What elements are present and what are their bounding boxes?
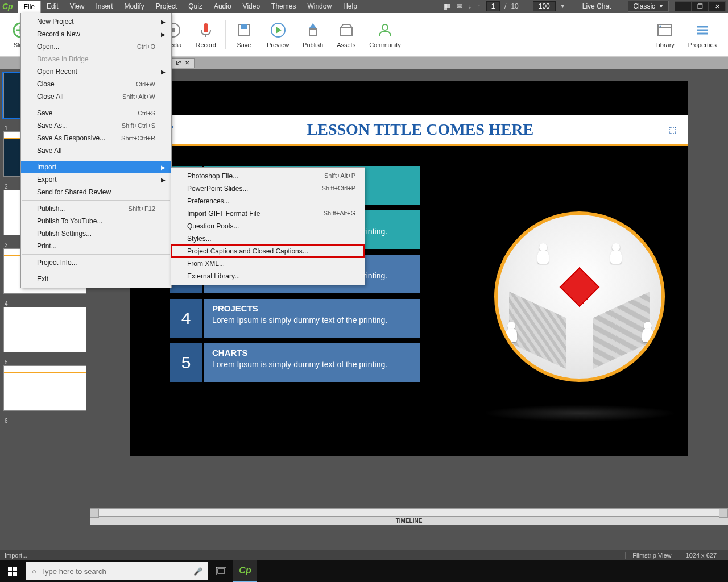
menu-project[interactable]: Project — [150, 1, 183, 13]
menu-item-open-recent[interactable]: Open Recent▶ — [21, 65, 171, 78]
submenu-arrow-icon: ▶ — [161, 164, 166, 171]
submenu-item-question-pools-[interactable]: Question Pools... — [171, 220, 365, 232]
svg-rect-18 — [341, 28, 352, 36]
zoom-input[interactable]: 100 — [533, 1, 556, 11]
submenu-item-import-gift-format-file[interactable]: Import GIFT Format FileShift+Alt+G — [171, 207, 365, 220]
titlebar: Cp FileEditViewInsertModifyProjectQuizAu… — [0, 0, 728, 13]
menu-item-import[interactable]: Import▶ — [21, 161, 171, 173]
taskbar-search[interactable]: ○ Type here to search 🎤 — [26, 562, 208, 580]
menu-item-close-all[interactable]: Close AllShift+Alt+W — [21, 90, 171, 103]
svg-rect-27 — [13, 567, 17, 571]
submenu-item-preferences-[interactable]: Preferences... — [171, 195, 365, 207]
tool-save[interactable]: Save — [228, 18, 260, 52]
submenu-item-external-library-[interactable]: External Library... — [171, 270, 365, 282]
menu-themes[interactable]: Themes — [266, 1, 301, 13]
document-tab[interactable]: k* ✕ — [171, 58, 195, 68]
menu-modify[interactable]: Modify — [119, 1, 150, 13]
close-tab-icon[interactable]: ✕ — [185, 60, 189, 66]
menu-item-close[interactable]: CloseCtrl+W — [21, 78, 171, 90]
submenu-item-project-captions-and-closed-captions-[interactable]: Project Captions and Closed Captions... — [171, 245, 365, 257]
file-menu-dropdown: New Project▶Record a New▶Open...Ctrl+OBr… — [20, 13, 172, 288]
submenu-item-photoshop-file-[interactable]: Photoshop File...Shift+Alt+P — [171, 170, 365, 182]
menubar: FileEditViewInsertModifyProjectQuizAudio… — [18, 1, 363, 13]
lesson-title-text[interactable]: LESSON TITLE COMES HERE — [172, 120, 669, 139]
menu-item-send-for-shared-review[interactable]: Send for Shared Review — [21, 186, 171, 198]
toolbar-glyph[interactable]: ▦ — [444, 2, 451, 11]
submenu-item-styles-[interactable]: Styles... — [171, 232, 365, 245]
timeline-panel-header[interactable]: TIMELINE — [90, 516, 728, 525]
start-button[interactable] — [0, 560, 25, 582]
slide-thumbnail[interactable] — [3, 307, 86, 352]
menu-item-publish-to-youtube-[interactable]: Publish To YouTube... — [21, 215, 171, 227]
submenu-item-from-xml-[interactable]: From XML... — [171, 257, 365, 270]
close-button[interactable]: ✕ — [709, 1, 726, 11]
tool-preview[interactable]: Preview — [260, 18, 296, 52]
tool-record[interactable]: Record — [189, 18, 222, 52]
submenu-item-powerpoint-slides-[interactable]: PowerPoint Slides...Shift+Ctrl+P — [171, 182, 365, 195]
tool-properties[interactable]: Properties — [681, 18, 723, 52]
tool-community[interactable]: Community — [362, 18, 408, 52]
cortana-icon: ○ — [32, 567, 36, 576]
svg-rect-26 — [8, 567, 12, 571]
content-item[interactable]: 5CHARTSLorem Ipsum is simply dummy text … — [170, 343, 420, 382]
menu-item-save-as-responsive-[interactable]: Save As Responsive...Shift+Ctrl+R — [21, 132, 171, 144]
download-icon[interactable]: ↓ — [468, 2, 471, 10]
menu-item-export[interactable]: Export▶ — [21, 173, 171, 186]
menu-edit[interactable]: Edit — [41, 1, 64, 13]
svg-rect-28 — [8, 572, 12, 576]
slide-thumbnail[interactable] — [3, 365, 86, 411]
menu-audio[interactable]: Audio — [208, 1, 237, 13]
dimensions-indicator: 1024 x 627 — [679, 552, 723, 559]
item-description: Lorem Ipsum is simply dummy text of the … — [212, 360, 412, 369]
menu-view[interactable]: View — [64, 1, 90, 13]
svg-rect-14 — [241, 24, 247, 29]
menu-item-save-as-[interactable]: Save As...Shift+Ctrl+S — [21, 119, 171, 132]
menu-item-publish-[interactable]: Publish...Shift+F12 — [21, 202, 171, 215]
menu-item-save-all[interactable]: Save All — [21, 144, 171, 157]
live-chat-link[interactable]: Live Chat — [582, 2, 611, 10]
assets-icon — [337, 21, 355, 39]
mail-icon[interactable]: ✉ — [457, 2, 462, 10]
item-title: CHARTS — [212, 348, 412, 357]
view-mode-indicator[interactable]: Filmstrip View — [625, 552, 678, 559]
svg-point-22 — [660, 25, 661, 27]
menu-window[interactable]: Window — [301, 1, 337, 13]
task-view-button[interactable] — [209, 560, 233, 582]
current-page-input[interactable]: 1 — [486, 1, 500, 11]
menu-item-print-[interactable]: Print... — [21, 240, 171, 252]
circle-image[interactable] — [494, 211, 665, 382]
menu-insert[interactable]: Insert — [90, 1, 119, 13]
svg-rect-11 — [204, 23, 208, 32]
menu-item-project-info-[interactable]: Project Info... — [21, 256, 171, 269]
library-icon — [656, 21, 674, 39]
zoom-dropdown-icon[interactable]: ▼ — [560, 3, 565, 9]
horizontal-scrollbar[interactable] — [90, 508, 728, 516]
menu-quiz[interactable]: Quiz — [183, 1, 208, 13]
menu-video[interactable]: Video — [237, 1, 266, 13]
lock-icon: ⬚ — [669, 125, 676, 134]
menu-item-open-[interactable]: Open...Ctrl+O — [21, 40, 171, 53]
menu-item-record-a-new[interactable]: Record a New▶ — [21, 28, 171, 40]
tool-library[interactable]: Library — [648, 18, 681, 52]
community-icon — [376, 21, 394, 39]
record-icon — [197, 21, 215, 39]
maximize-button[interactable]: ❐ — [692, 1, 709, 11]
taskbar-captivate-icon[interactable]: Cp — [233, 560, 257, 582]
minimize-button[interactable]: — — [675, 1, 692, 11]
menu-item-new-project[interactable]: New Project▶ — [21, 15, 171, 28]
item-title: PROJECTS — [212, 304, 412, 313]
upload-icon[interactable]: ↑ — [477, 2, 481, 10]
workspace-selector[interactable]: Classic▼ — [628, 1, 669, 12]
menu-item-browse-in-bridge: Browse in Bridge — [21, 53, 171, 65]
menu-item-exit[interactable]: Exit — [21, 273, 171, 285]
tool-publish[interactable]: Publish — [296, 18, 330, 52]
content-item[interactable]: 4PROJECTSLorem Ipsum is simply dummy tex… — [170, 299, 420, 338]
tool-assets[interactable]: Assets — [330, 18, 362, 52]
menu-item-publish-settings-[interactable]: Publish Settings... — [21, 227, 171, 240]
item-description: Lorem Ipsum is simply dummy text of the … — [212, 315, 412, 325]
menu-file[interactable]: File — [18, 1, 41, 13]
menu-item-save[interactable]: SaveCtrl+S — [21, 107, 171, 119]
submenu-arrow-icon: ▶ — [161, 31, 166, 38]
menu-help[interactable]: Help — [337, 1, 363, 13]
mic-icon[interactable]: 🎤 — [193, 567, 202, 576]
